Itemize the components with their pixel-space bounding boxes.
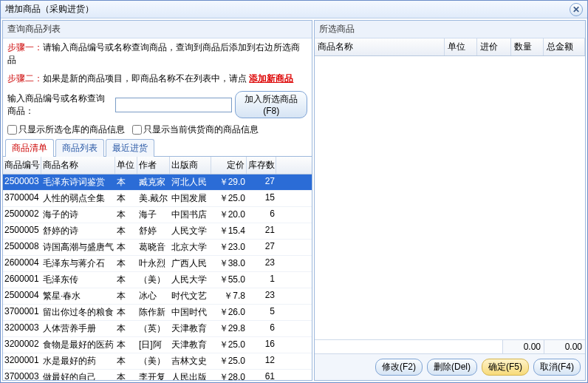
rcol-qty[interactable]: 数量	[511, 38, 544, 55]
cell-author: 葛晓音	[137, 240, 170, 255]
left-panel: 查询商品列表 步骤一：请输入商品编号或名称查询商品，查询到商品后添加到右边所选商…	[2, 20, 312, 381]
modify-button[interactable]: 修改(F2)	[375, 359, 423, 376]
cell-publisher: 广西人民	[170, 256, 211, 271]
add-selected-button[interactable]: 加入所选商品(F8)	[235, 91, 307, 118]
cell-publisher: 中国书店	[170, 207, 211, 223]
cell-publisher: 人民出版	[170, 370, 211, 380]
tab-product-table[interactable]: 商品列表	[55, 139, 104, 157]
col-code[interactable]: 商品编号	[3, 157, 41, 174]
table-row[interactable]: 2500008诗国高潮与盛唐气本葛晓音北京大学￥23.027	[3, 240, 312, 256]
cell-unit: 本	[115, 207, 137, 223]
search-input[interactable]	[115, 98, 232, 112]
check-supplier-box[interactable]	[132, 125, 142, 135]
grid-body[interactable]: 2500003毛泽东诗词鉴赏本臧克家河北人民￥29.0273700004人性的弱…	[3, 174, 312, 380]
cell-publisher: 人民文学	[170, 223, 211, 239]
table-row[interactable]: 3200001水是最好的药本（美）吉林文史￥25.012	[3, 353, 312, 370]
table-row[interactable]: 2500005舒婷的诗本舒婷人民文学￥15.421	[3, 223, 312, 240]
table-row[interactable]: 3200002食物是最好的医药本[日]阿天津教育￥25.016	[3, 337, 312, 353]
table-row[interactable]: 2600004毛泽东与蒋介石本叶永烈广西人民￥38.023	[3, 256, 312, 272]
col-stock[interactable]: 库存数	[247, 157, 276, 174]
step2: 步骤二：如果是新的商品项目，即商品名称不在列表中，请点 添加新商品	[3, 70, 312, 88]
cell-unit: 本	[115, 223, 137, 239]
table-row[interactable]: 3200003人体营养手册本（英）天津教育￥29.86	[3, 321, 312, 337]
cell-name: 留出你过冬的粮食	[41, 305, 115, 320]
cell-price: ￥25.0	[211, 353, 247, 369]
table-row[interactable]: 3700004人性的弱点全集本美.戴尔中国发展￥25.015	[3, 191, 312, 207]
close-button[interactable]: ✕	[570, 3, 583, 16]
check-warehouse[interactable]: 只显示所选仓库的商品信息	[7, 123, 125, 136]
col-name[interactable]: 商品名称	[41, 157, 115, 174]
col-author[interactable]: 作者	[137, 157, 170, 174]
cell-name: 人性的弱点全集	[41, 191, 115, 206]
window-title: 增加商品（采购进货）	[5, 3, 94, 16]
cell-code: 2500002	[3, 207, 41, 223]
cell-price: ￥7.8	[211, 288, 247, 304]
delete-button[interactable]: 删除(Del)	[427, 359, 477, 376]
cell-stock: 27	[247, 240, 276, 255]
table-row[interactable]: 2500003毛泽东诗词鉴赏本臧克家河北人民￥29.027	[3, 174, 312, 191]
cell-stock: 15	[247, 191, 276, 206]
cell-code: 2600004	[3, 256, 41, 271]
table-row[interactable]: 2500004繁星·春水本冰心时代文艺￥7.823	[3, 288, 312, 305]
table-row[interactable]: 2500002海子的诗本海子中国书店￥20.06	[3, 207, 312, 223]
cell-publisher: 中国时代	[170, 305, 211, 320]
step1: 步骤一：请输入商品编号或名称查询商品，查询到商品后添加到右边所选商品	[3, 38, 312, 70]
right-group-title: 所选商品	[315, 21, 585, 38]
cell-price: ￥29.8	[211, 321, 247, 336]
cell-publisher: 吉林文史	[170, 353, 211, 369]
cell-code: 3700001	[3, 305, 41, 320]
rcol-name[interactable]: 商品名称	[315, 38, 445, 55]
cancel-button[interactable]: 取消(F4)	[533, 359, 581, 376]
search-label: 输入商品编号或名称查询商品：	[7, 92, 112, 118]
cell-unit: 本	[115, 288, 137, 304]
cell-code: 3200001	[3, 353, 41, 369]
cell-code: 3700004	[3, 191, 41, 206]
cell-stock: 27	[247, 174, 276, 190]
cell-name: 食物是最好的医药	[41, 337, 115, 353]
cell-author: 美.戴尔	[137, 191, 170, 206]
cell-stock: 1	[247, 272, 276, 288]
table-row[interactable]: 3700003做最好的自己本李开复人民出版￥28.061	[3, 370, 312, 380]
cell-unit: 本	[115, 337, 137, 353]
cell-code: 3200002	[3, 337, 41, 353]
step2-label: 步骤二：	[7, 73, 43, 84]
tab-product-list[interactable]: 商品清单	[5, 139, 54, 157]
cell-unit: 本	[115, 321, 137, 336]
confirm-button[interactable]: 确定(F5)	[482, 359, 529, 376]
button-bar: 修改(F2) 删除(Del) 确定(F5) 取消(F4)	[315, 353, 585, 380]
main-area: 查询商品列表 步骤一：请输入商品编号或名称查询商品，查询到商品后添加到右边所选商…	[1, 18, 587, 382]
cell-stock: 23	[247, 288, 276, 304]
step1-text: 请输入商品编号或名称查询商品，查询到商品后添加到右边所选商品	[7, 42, 300, 65]
cell-stock: 61	[247, 370, 276, 380]
check-supplier[interactable]: 只显示当前供货商的商品信息	[132, 123, 259, 136]
check-warehouse-box[interactable]	[7, 125, 17, 135]
cell-name: 繁星·春水	[41, 288, 115, 304]
product-grid: 商品编号 商品名称 单位 作者 出版商 定价 库存数 2500003毛泽东诗词鉴…	[3, 157, 312, 380]
col-price[interactable]: 定价	[211, 157, 247, 174]
rcol-price[interactable]: 进价	[477, 38, 511, 55]
cell-unit: 本	[115, 353, 137, 369]
rcol-total[interactable]: 总金额	[544, 38, 585, 55]
tab-recent-purchase[interactable]: 最近进货	[106, 139, 154, 157]
close-icon: ✕	[572, 4, 580, 15]
step2-text: 如果是新的商品项目，即商品名称不在列表中，请点	[43, 73, 247, 84]
cell-code: 2500003	[3, 174, 41, 190]
add-new-product-link[interactable]: 添加新商品	[249, 73, 293, 84]
search-row: 输入商品编号或名称查询商品： 加入所选商品(F8)	[3, 88, 312, 121]
cell-stock: 6	[247, 321, 276, 336]
cell-price: ￥20.0	[211, 207, 247, 223]
cell-unit: 本	[115, 240, 137, 255]
cell-name: 做最好的自己	[41, 370, 115, 380]
table-row[interactable]: 3700001留出你过冬的粮食本陈作新中国时代￥26.05	[3, 305, 312, 321]
col-unit[interactable]: 单位	[115, 157, 137, 174]
cell-price: ￥55.0	[211, 272, 247, 288]
cell-code: 3200003	[3, 321, 41, 336]
col-publisher[interactable]: 出版商	[170, 157, 211, 174]
cell-publisher: 天津教育	[170, 321, 211, 336]
cell-unit: 本	[115, 370, 137, 380]
cell-author: 舒婷	[137, 223, 170, 239]
table-row[interactable]: 2600001毛泽东传本（美）人民大学￥55.01	[3, 272, 312, 288]
cell-price: ￥25.0	[211, 191, 247, 206]
dialog-window: 增加商品（采购进货） ✕ 查询商品列表 步骤一：请输入商品编号或名称查询商品，查…	[0, 0, 588, 383]
rcol-unit[interactable]: 单位	[445, 38, 477, 55]
